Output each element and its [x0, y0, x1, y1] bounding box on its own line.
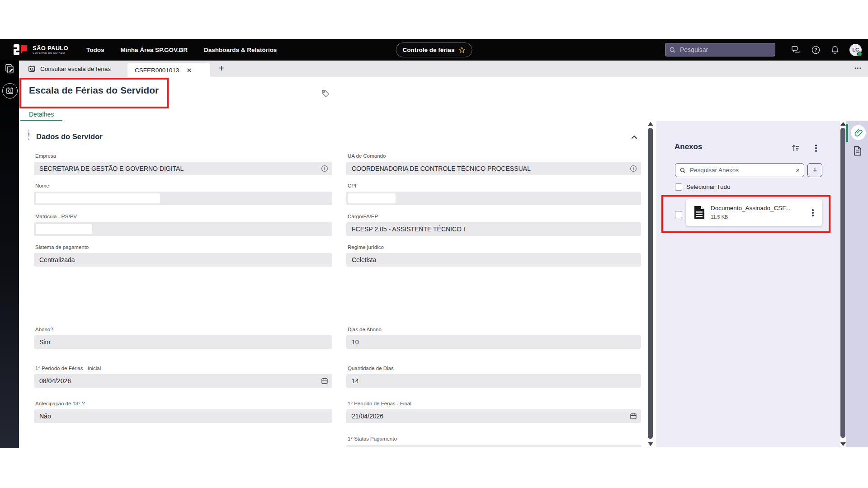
search-icon	[679, 167, 686, 174]
active-rail-indicator	[846, 124, 848, 142]
field-label-cargo: Cargo/FA/EP	[348, 214, 378, 219]
new-tab-button[interactable]: +	[219, 63, 224, 74]
form-panel: ⸽⸽ Dados do Servidor EmpresaSECRETARIA D…	[19, 121, 647, 447]
attachment-menu-icon[interactable]	[809, 208, 817, 217]
sort-icon[interactable]	[791, 144, 800, 153]
section-drag-handle[interactable]: ⸽⸽	[28, 131, 33, 139]
field-periodo-final[interactable]: 21/04/2026	[346, 409, 641, 423]
field-antecipacao-13[interactable]: Não	[34, 409, 332, 423]
attachment-size: 11.5 KB	[711, 214, 728, 220]
tab-csfer0001013[interactable]: CSFER0001013 ✕	[127, 63, 210, 77]
field-empresa[interactable]: SECRETARIA DE GESTÃO E GOVERNO DIGITAL	[34, 162, 332, 175]
field-sistema-pagamento[interactable]: Centralizada	[34, 253, 332, 267]
svg-text:?: ?	[814, 47, 817, 52]
field-cargo[interactable]: FCESP 2.05 - ASSISTENTE TÉCNICO I	[346, 222, 641, 236]
field-status-pagamento[interactable]	[346, 445, 641, 447]
attachment-name: Documento_Assinado_CSF...	[711, 205, 801, 211]
global-search-input[interactable]	[679, 46, 762, 54]
field-periodo-inicial[interactable]: 08/04/2026	[34, 374, 332, 388]
field-label-sistema-pagamento: Sistema de pagamento	[35, 244, 89, 250]
close-tab-icon[interactable]: ✕	[186, 67, 192, 74]
anexos-search-box[interactable]: ×	[675, 163, 804, 177]
tab-overflow-menu[interactable]: ...	[854, 62, 862, 70]
form-edit-icon[interactable]	[4, 63, 15, 74]
tag-icon[interactable]	[321, 89, 330, 98]
info-icon[interactable]	[321, 165, 328, 172]
scroll-up-arrow[interactable]	[840, 122, 846, 126]
field-matricula[interactable]	[34, 222, 332, 236]
tab-detalhes[interactable]: Detalhes	[29, 111, 54, 118]
logo-title: SÃO PAULO	[33, 45, 68, 51]
add-attachment-button[interactable]: +	[807, 163, 822, 177]
field-abono[interactable]: Sim	[34, 335, 332, 349]
field-label-quantidade-dias: Quantidade de Dias	[348, 366, 394, 371]
attachments-paperclip-icon[interactable]	[851, 125, 866, 140]
workspace-tab-bar: Consultar escala de ferias CSFER0001013 …	[17, 61, 868, 77]
logo-subtitle: GOVERNO DO ESTADO	[33, 52, 68, 55]
field-cpf[interactable]	[346, 192, 641, 205]
anexos-more-menu-icon[interactable]	[812, 144, 820, 153]
field-value-empresa: SECRETARIA DE GESTÃO E GOVERNO DIGITAL	[39, 165, 184, 172]
select-all-label: Selecionar Tudo	[686, 183, 731, 190]
scrollbar-thumb[interactable]	[648, 128, 653, 439]
field-value-quantidade-dias: 14	[352, 377, 359, 385]
main-scrollbar[interactable]	[647, 121, 654, 447]
field-value-abono: Sim	[39, 338, 50, 346]
user-avatar[interactable]: LC	[849, 44, 862, 56]
notifications-bell-icon[interactable]	[830, 45, 840, 55]
attachment-checkbox[interactable]	[675, 211, 682, 218]
field-label-nome: Nome	[35, 183, 49, 188]
field-label-cpf: CPF	[348, 183, 358, 188]
anexos-search-input[interactable]	[689, 166, 781, 174]
clear-search-icon[interactable]: ×	[796, 166, 800, 174]
context-pill-label: Controle de férias	[403, 47, 455, 53]
field-nome[interactable]	[34, 192, 332, 205]
search-icon	[669, 47, 676, 53]
field-quantidade-dias[interactable]: 14	[346, 374, 641, 388]
field-label-antecipacao-13: Antecipação de 13° ?	[35, 401, 85, 406]
help-icon[interactable]: ?	[811, 45, 821, 55]
global-search-box[interactable]	[665, 43, 775, 56]
field-label-empresa: Empresa	[35, 153, 56, 159]
field-ua-comando[interactable]: COORDENADORIA DE CONTROLE TÉCNICO PROCES…	[346, 162, 641, 175]
tab-label: Consultar escala de ferias	[40, 66, 111, 72]
info-icon[interactable]	[630, 165, 637, 172]
main-nav: Todos Minha Área SP.GOV.BR Dashboards & …	[86, 47, 277, 53]
attachment-card[interactable]: Documento_Assinado_CSF... 11.5 KB	[686, 199, 822, 226]
left-nav-rail	[0, 61, 19, 448]
field-label-status-pagamento: 1° Status Pagamento	[348, 436, 397, 441]
anexos-scrollbar[interactable]	[840, 121, 846, 447]
context-pill-controle-de-ferias[interactable]: Controle de férias	[396, 42, 472, 57]
field-regime-juridico[interactable]: Celetista	[346, 253, 641, 267]
field-label-periodo-final: 1° Período de Férias - Final	[348, 401, 411, 406]
field-label-periodo-inicial: 1° Período de Férias - Inicial	[35, 366, 101, 371]
select-all-checkbox[interactable]	[675, 183, 682, 191]
calendar-icon[interactable]	[321, 377, 328, 385]
collapse-section-icon[interactable]	[630, 133, 638, 141]
tab-label: CSFER0001013	[135, 67, 179, 74]
nav-item-dashboards[interactable]: Dashboards & Relatórios	[204, 47, 277, 53]
page-title: Escala de Férias do Servidor	[29, 85, 159, 96]
scroll-down-arrow[interactable]	[648, 442, 653, 446]
field-label-abono: Abono?	[35, 327, 53, 332]
top-header-bar: SÃO PAULO GOVERNO DO ESTADO Todos Minha …	[0, 39, 868, 61]
topbar-right-cluster: ? LC	[665, 39, 862, 61]
scrollbar-thumb[interactable]	[840, 128, 845, 438]
field-dias-abono[interactable]: 10	[346, 335, 641, 349]
scroll-down-arrow[interactable]	[840, 442, 846, 446]
field-value-dias-abono: 10	[352, 338, 359, 346]
favorite-star-icon[interactable]	[458, 47, 465, 54]
tab-consultar-escala[interactable]: Consultar escala de ferias	[22, 61, 117, 77]
field-label-ua-comando: UA de Comando	[348, 153, 386, 159]
chat-icon[interactable]	[791, 45, 801, 55]
field-value-regime-juridico: Celetista	[352, 256, 376, 263]
anexos-panel: Anexos × + Selecionar Tudo	[656, 121, 840, 447]
nav-item-minha-area[interactable]: Minha Área SP.GOV.BR	[121, 47, 188, 53]
consultar-escala-module-icon[interactable]	[2, 83, 18, 99]
field-label-matricula: Matrícula - RS/PV	[35, 214, 77, 219]
section-title: Dados do Servidor	[36, 132, 103, 141]
document-rail-icon[interactable]	[854, 146, 862, 156]
scroll-up-arrow[interactable]	[648, 122, 653, 126]
nav-item-todos[interactable]: Todos	[86, 47, 104, 53]
calendar-icon[interactable]	[630, 413, 637, 420]
